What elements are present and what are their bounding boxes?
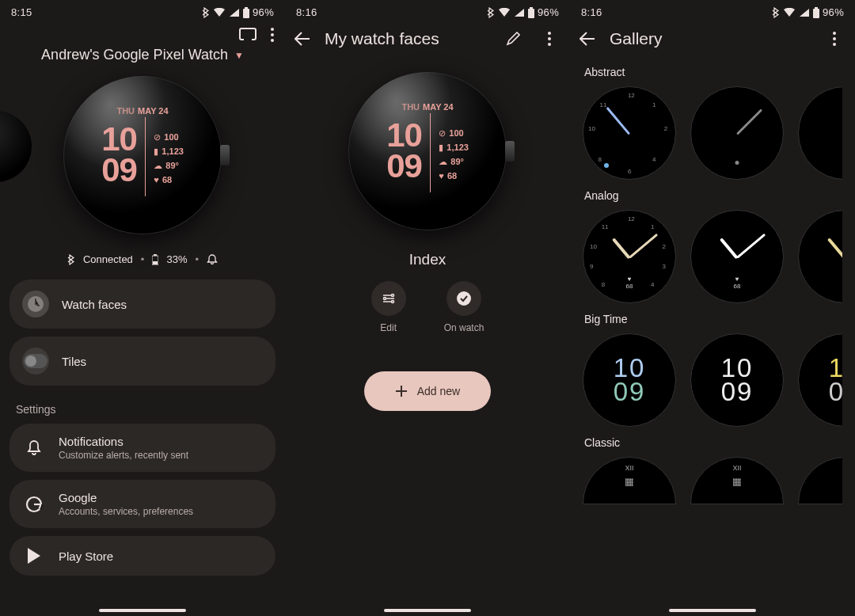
settings-item-notifications[interactable]: Notifications Customize alerts, recently… (10, 424, 276, 472)
page-title: My watch faces (325, 29, 488, 48)
gallery-item[interactable]: 12124681011 (583, 86, 676, 180)
svg-point-16 (548, 32, 551, 35)
gallery-item[interactable]: ♥68 (690, 210, 784, 303)
svg-rect-8 (154, 254, 157, 256)
gallery-item[interactable] (798, 210, 842, 303)
svg-rect-9 (153, 261, 158, 264)
gallery-section-analog: Analog 121234891011 ♥68 ♥68 (570, 180, 855, 303)
list-item-tiles[interactable]: Tiles (10, 337, 276, 386)
status-time: 8:16 (581, 6, 602, 18)
back-icon[interactable] (580, 32, 595, 46)
gallery-section-abstract: Abstract 12124681011 (570, 56, 855, 180)
back-icon[interactable] (294, 32, 310, 46)
bell-icon (22, 439, 46, 457)
gallery-item[interactable] (798, 457, 842, 504)
watch-battery-pct: 33% (166, 253, 187, 265)
edit-label: Edit (380, 322, 397, 333)
svg-point-18 (548, 43, 551, 46)
watch-preview: THUMAY 24 1009 ⊘ 100 ▮ 1,123 ☁ 89° ♥ 68 (63, 76, 222, 234)
wifi-icon (498, 8, 511, 17)
signal-icon (799, 8, 810, 17)
svg-rect-24 (815, 7, 818, 9)
settings-item-play-store[interactable]: Play Store (10, 536, 276, 576)
add-new-button[interactable]: Add new (364, 371, 491, 411)
gallery-item[interactable] (690, 86, 784, 180)
settings-item-title: Google (59, 491, 193, 504)
gallery-item[interactable]: 1009 (690, 333, 784, 427)
connection-label: Connected (83, 253, 133, 265)
plus-icon (395, 385, 408, 397)
home-indicator[interactable] (384, 609, 471, 612)
svg-point-5 (271, 33, 274, 36)
pane-gallery: 8:16 96% Gallery Abstract 12124681011 (570, 0, 855, 616)
wifi-icon (783, 8, 796, 17)
list-item-label: Watch faces (62, 298, 127, 311)
settings-item-sub: Accounts, services, preferences (59, 506, 193, 517)
clock-icon (22, 291, 49, 318)
svg-point-6 (271, 39, 274, 42)
gallery-item[interactable]: 121234891011 ♥68 (583, 210, 676, 303)
svg-rect-23 (813, 9, 819, 18)
svg-rect-15 (530, 7, 533, 9)
settings-header: Settings (0, 394, 285, 424)
status-battery: 96% (253, 6, 274, 18)
svg-point-22 (457, 291, 471, 306)
more-icon[interactable] (823, 32, 846, 46)
bluetooth-icon (487, 7, 495, 18)
gallery-section-title: Big Time (583, 303, 842, 333)
caret-down-icon: ▼ (234, 50, 244, 61)
device-name: Andrew's Google Pixel Watch (41, 47, 228, 63)
svg-point-27 (833, 43, 836, 46)
watch-preview: THUMAY 24 1009 ⊘ 100 ▮ 1,123 ☁ 89° ♥ 68 (348, 72, 507, 230)
signal-icon (229, 8, 240, 17)
top-actions (0, 21, 285, 42)
gallery-item[interactable]: XII (583, 457, 676, 504)
connection-status: Connected • 33% • (0, 242, 285, 279)
watch-hero[interactable]: THUMAY 24 1009 ⊘ 100 ▮ 1,123 ☁ 89° ♥ 68 (0, 71, 285, 242)
gallery-item[interactable] (798, 86, 842, 180)
status-icons: 96% (202, 6, 274, 18)
home-indicator[interactable] (669, 609, 756, 612)
svg-rect-14 (528, 9, 534, 18)
settings-item-title: Notifications (59, 435, 188, 448)
svg-point-26 (833, 37, 836, 40)
face-name: Index (285, 238, 570, 278)
gallery-section-title: Classic (583, 427, 842, 457)
on-watch-label: On watch (444, 322, 484, 333)
home-indicator[interactable] (99, 609, 186, 612)
signal-icon (514, 8, 525, 17)
add-new-label: Add new (417, 385, 460, 397)
device-selector[interactable]: Andrew's Google Pixel Watch ▼ (0, 42, 285, 71)
watch-hero[interactable]: THUMAY 24 1009 ⊘ 100 ▮ 1,123 ☁ 89° ♥ 68 (285, 56, 570, 238)
more-icon[interactable] (538, 32, 560, 46)
svg-rect-2 (240, 29, 256, 40)
svg-point-17 (548, 37, 551, 40)
gallery-item[interactable]: 1009 (583, 333, 676, 427)
status-bar: 8:15 96% (0, 0, 285, 21)
battery-icon (528, 7, 534, 18)
gallery-section-title: Analog (583, 180, 842, 210)
pane-home: 8:15 96% Andrew's Google Pixel Watch (0, 0, 285, 616)
face-actions: Edit On watch (285, 278, 570, 354)
gallery-section-title: Abstract (583, 56, 842, 86)
gallery-item[interactable]: 1009 (798, 333, 842, 427)
gallery-item[interactable]: XII (690, 457, 784, 504)
svg-point-12 (25, 356, 36, 367)
list-item-watch-faces[interactable]: Watch faces (10, 279, 276, 329)
svg-rect-3 (244, 39, 252, 41)
list-item-label: Tiles (62, 355, 86, 368)
cast-icon[interactable] (239, 28, 256, 42)
svg-point-25 (833, 32, 836, 35)
google-icon (22, 496, 46, 513)
more-icon[interactable] (271, 28, 274, 42)
bluetooth-icon (202, 7, 210, 18)
on-watch-button[interactable] (446, 281, 481, 316)
svg-point-19 (391, 295, 393, 297)
pencil-icon[interactable] (502, 32, 524, 46)
settings-item-title: Play Store (59, 549, 113, 563)
svg-rect-0 (243, 9, 249, 18)
gallery-section-classic: Classic XII XII (570, 427, 855, 504)
watch-battery-icon (152, 254, 158, 265)
settings-item-google[interactable]: Google Accounts, services, preferences (10, 480, 276, 528)
edit-button[interactable] (371, 281, 406, 316)
